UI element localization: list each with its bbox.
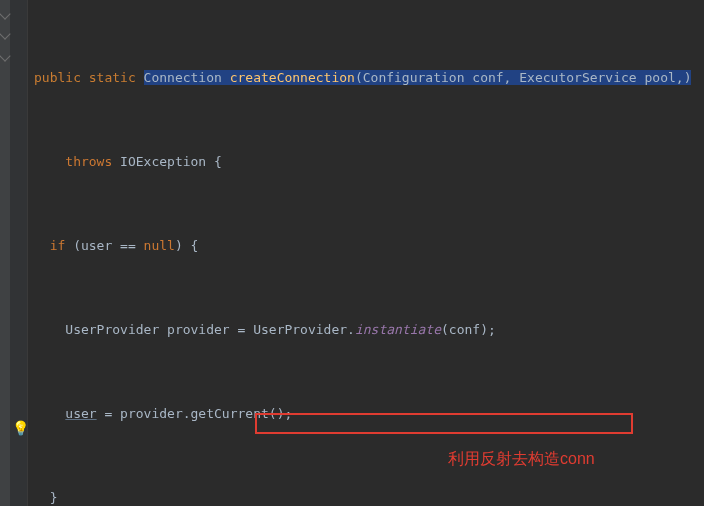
code-line[interactable]: if (user == null) { xyxy=(34,235,704,256)
gutter: 💡 xyxy=(0,0,28,506)
intention-bulb-icon[interactable]: 💡 xyxy=(12,418,29,439)
code-line[interactable]: UserProvider provider = UserProvider.ins… xyxy=(34,319,704,340)
code-editor[interactable]: 💡 public static Connection createConnect… xyxy=(0,0,704,506)
annotation-text: 利用反射去构造conn xyxy=(448,448,595,469)
code-line[interactable]: throws IOException { xyxy=(34,151,704,172)
code-line[interactable]: } xyxy=(34,487,704,506)
code-area[interactable]: public static Connection createConnectio… xyxy=(28,0,704,506)
code-line[interactable]: user = provider.getCurrent(); xyxy=(34,403,704,424)
code-line[interactable]: public static Connection createConnectio… xyxy=(34,67,704,88)
